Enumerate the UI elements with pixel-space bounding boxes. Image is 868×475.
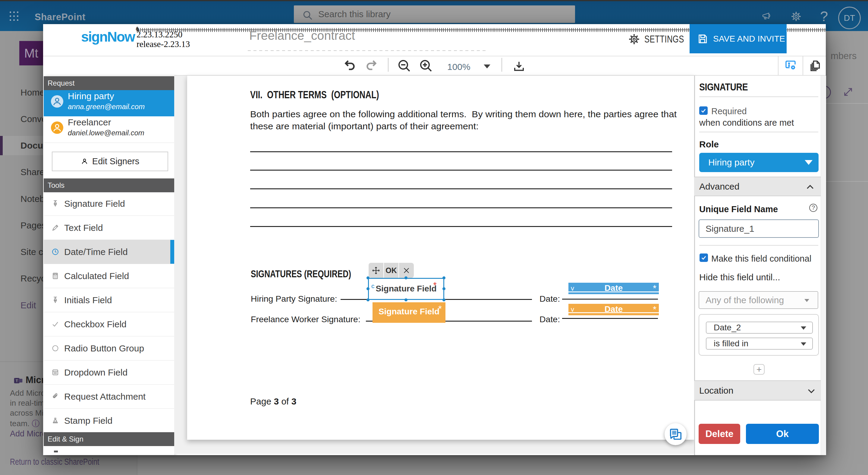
svg-text:T: T (16, 379, 18, 383)
